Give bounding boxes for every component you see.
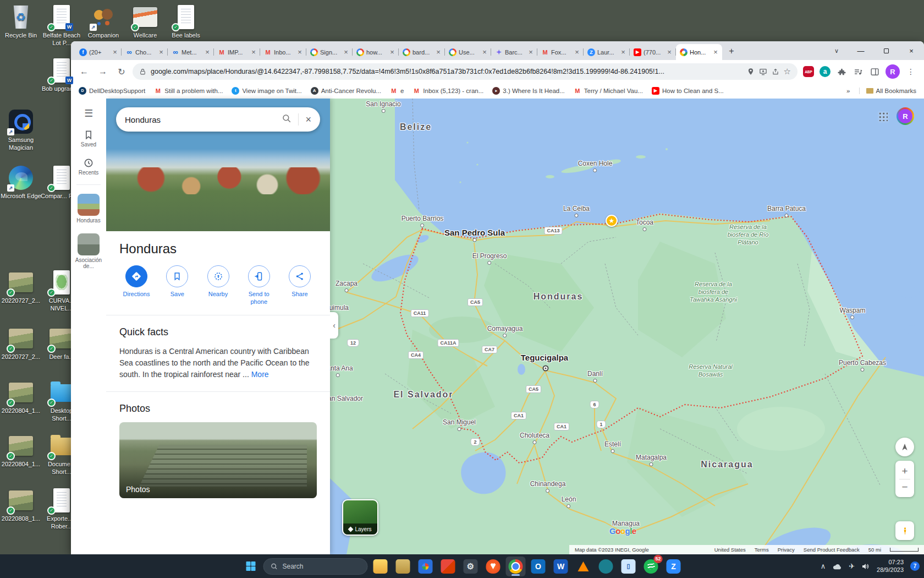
taskbar-zoom[interactable]: Z: [664, 557, 684, 576]
taskbar-file-explorer[interactable]: [371, 557, 391, 576]
desktop-icon-samsung-magician[interactable]: ↗ Samsung Magician: [0, 109, 42, 152]
more-link[interactable]: More: [251, 370, 269, 379]
back-button[interactable]: ←: [76, 64, 92, 79]
taskbar-outlook[interactable]: O: [529, 557, 548, 576]
notification-count-badge[interactable]: 7: [910, 561, 920, 571]
desktop-icon-photo-3[interactable]: ✓ 20220804_1...: [0, 380, 42, 415]
browser-menu-icon[interactable]: ⋮: [903, 64, 919, 79]
desktop-icon-recycle-bin[interactable]: ♻ Recycle Bin: [0, 4, 42, 39]
location-pin-icon[interactable]: [747, 68, 755, 75]
all-bookmarks-button[interactable]: All Bookmarks: [859, 88, 917, 94]
tab-close-icon[interactable]: ×: [250, 48, 257, 56]
bookmark-item[interactable]: MTerry / Michael Vau...: [574, 87, 643, 95]
tab-close-icon[interactable]: ×: [666, 48, 673, 56]
desktop-icon-photo-2[interactable]: ✓ 20220727_2...: [0, 326, 42, 361]
map-canvas[interactable]: Belize Honduras El Salvador Nicaragua Sa…: [330, 99, 924, 554]
window-minimize-button[interactable]: —: [848, 41, 873, 60]
new-tab-button[interactable]: +: [724, 44, 739, 58]
bookmark-item[interactable]: MStill a problem with...: [154, 87, 223, 95]
recent-place-honduras[interactable]: Honduras: [71, 194, 106, 223]
browser-tab[interactable]: ✦Barc...×: [491, 44, 537, 60]
google-apps-grid-icon[interactable]: [878, 112, 888, 121]
window-close-button[interactable]: ×: [899, 41, 924, 60]
desktop-icon-edge[interactable]: ↗ Microsoft Edge: [0, 165, 42, 200]
taskbar-search[interactable]: Search: [263, 558, 368, 575]
taskbar-vlc[interactable]: [574, 557, 593, 576]
tab-close-icon[interactable]: ×: [481, 48, 488, 56]
browser-tab[interactable]: Sign...×: [306, 44, 353, 60]
media-playlist-icon[interactable]: [853, 66, 864, 77]
attribution-link[interactable]: Terms: [755, 547, 769, 553]
taskbar-word[interactable]: W: [551, 557, 571, 576]
onedrive-cloud-icon[interactable]: [832, 563, 842, 570]
saved-button[interactable]: Saved: [71, 129, 106, 148]
window-maximize-button[interactable]: [873, 41, 899, 60]
browser-tab[interactable]: how...×: [353, 44, 399, 60]
layers-button[interactable]: Layers: [342, 499, 378, 536]
panel-collapse-button[interactable]: ‹: [330, 312, 338, 339]
search-icon[interactable]: [282, 113, 292, 126]
search-clear-icon[interactable]: ×: [305, 114, 311, 126]
browser-tab[interactable]: ∞Cho...×: [122, 44, 168, 60]
adblock-icon[interactable]: ABP: [803, 66, 814, 77]
tab-close-icon[interactable]: ×: [388, 48, 396, 56]
forward-button[interactable]: →: [95, 64, 111, 79]
browser-tab-active[interactable]: Hon...×: [676, 44, 722, 60]
save-button[interactable]: Save: [158, 265, 196, 306]
search-input[interactable]: Honduras: [125, 115, 275, 124]
browser-tab[interactable]: MIMP...×: [214, 44, 260, 60]
attribution-link[interactable]: Send Product Feedback: [804, 547, 860, 553]
extensions-puzzle-icon[interactable]: [836, 66, 847, 77]
browser-tab[interactable]: MFox...×: [537, 44, 584, 60]
browser-tab[interactable]: ∞Met...×: [168, 44, 214, 60]
bookmarks-overflow-icon[interactable]: »: [846, 88, 850, 94]
browser-tab[interactable]: f(20+×: [75, 44, 122, 60]
tab-close-icon[interactable]: ×: [435, 48, 442, 56]
tab-close-icon[interactable]: ×: [157, 48, 165, 56]
desktop-icon-bee-labels[interactable]: ✓ Bee labels: [165, 4, 207, 39]
zoom-controls[interactable]: + −: [895, 461, 914, 497]
share-icon[interactable]: [772, 68, 779, 75]
bookmark-star-icon[interactable]: ☆: [784, 67, 791, 77]
taskbar-photos[interactable]: [416, 557, 436, 576]
place-hero-photo[interactable]: Honduras ×: [106, 99, 330, 231]
menu-hamburger-icon[interactable]: ☰: [71, 107, 106, 119]
taskbar-spotify[interactable]: 52: [641, 557, 661, 576]
tab-close-icon[interactable]: ×: [204, 48, 211, 56]
recent-place-asociacion[interactable]: Asociación de...: [71, 233, 106, 269]
tab-close-icon[interactable]: ×: [712, 48, 719, 56]
taskbar-chrome-active[interactable]: [506, 557, 526, 576]
tab-close-icon[interactable]: ×: [527, 48, 535, 56]
maps-search-box[interactable]: Honduras ×: [116, 107, 320, 132]
zoom-out-button[interactable]: −: [901, 481, 908, 493]
airplane-mode-icon[interactable]: ✈: [849, 562, 855, 570]
reload-button[interactable]: ↻: [114, 64, 129, 79]
install-icon[interactable]: [759, 68, 767, 76]
bookmark-item[interactable]: tView image on Twit...: [232, 87, 301, 95]
bookmark-item[interactable]: ▸3.) Where Is It Head...: [492, 87, 564, 95]
directions-button[interactable]: Directions: [117, 265, 156, 306]
taskbar-folder[interactable]: [393, 557, 413, 576]
amazon-assistant-icon[interactable]: a: [820, 66, 831, 77]
taskbar-settings[interactable]: ⚙: [461, 557, 481, 576]
bookmark-item[interactable]: DDellDesktopSupport: [79, 87, 145, 95]
side-panel-icon[interactable]: [869, 66, 880, 77]
desktop-icon-photo-4[interactable]: ✓ 20220804_1...: [0, 433, 42, 468]
bookmark-item[interactable]: MInbox (5,123) - cran...: [413, 87, 483, 95]
nearby-button[interactable]: Nearby: [199, 265, 238, 306]
volume-icon[interactable]: [861, 563, 870, 570]
tray-chevron-icon[interactable]: ∧: [821, 562, 826, 570]
pegman-street-view-button[interactable]: [895, 521, 914, 540]
zoom-in-button[interactable]: +: [901, 465, 908, 477]
my-location-button[interactable]: [895, 438, 914, 456]
address-bar[interactable]: google.com/maps/place/Honduras/@14.64223…: [133, 63, 798, 80]
browser-tab[interactable]: ▶(770...×: [630, 44, 676, 60]
send-to-phone-button[interactable]: Send to phone: [240, 265, 278, 306]
bookmark-item[interactable]: ▶How to Clean and S...: [652, 87, 724, 95]
browser-tab[interactable]: MInbo...×: [260, 44, 306, 60]
taskbar-brave[interactable]: [483, 557, 503, 576]
browser-tab[interactable]: Use...×: [445, 44, 491, 60]
account-avatar[interactable]: R: [897, 107, 914, 125]
taskbar-app[interactable]: [596, 557, 616, 576]
tab-close-icon[interactable]: ×: [296, 48, 304, 56]
